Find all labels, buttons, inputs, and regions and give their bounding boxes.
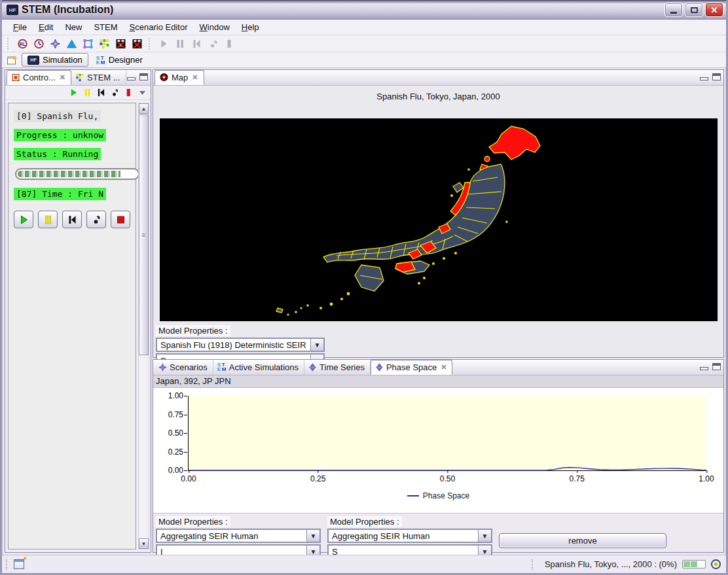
pause-icon[interactable] <box>82 88 92 97</box>
y-model-value: Aggregating SEIR Human <box>329 530 478 542</box>
tab-map[interactable]: Map ✕ <box>155 70 204 85</box>
statusbar-grip <box>532 559 536 570</box>
simulation-console: [0] Spanish Flu, Progress : unknow Statu… <box>8 103 136 549</box>
perspective-tab-designer[interactable]: STEM Designer <box>91 53 148 67</box>
minimize-view-icon[interactable] <box>700 77 708 80</box>
close-tab-icon[interactable]: ✕ <box>441 363 446 372</box>
map-view-minmax <box>700 73 721 80</box>
perspective-tab-simulation[interactable]: HF Simulation <box>22 53 88 67</box>
step-icon[interactable] <box>110 88 119 97</box>
tab-time-series[interactable]: Time Series <box>304 360 371 375</box>
model-icon[interactable] <box>64 37 79 51</box>
minimize-view-icon[interactable] <box>127 77 136 80</box>
chevron-down-icon[interactable]: ▼ <box>310 339 323 351</box>
tab-control[interactable]: Contro... ✕ <box>7 70 71 85</box>
stem-letters-icon: STEM <box>96 56 105 65</box>
scrollbar-thumb[interactable] <box>139 114 149 355</box>
simulation-status-text: Spanish Flu, Tokyo, ..., 2000 : (0%) <box>545 559 677 569</box>
infector-icon[interactable]: I <box>113 37 128 51</box>
disease-icon[interactable] <box>130 37 144 51</box>
minimize-view-icon[interactable] <box>700 367 708 370</box>
reset-icon[interactable] <box>96 88 105 97</box>
chevron-down-icon[interactable]: ▼ <box>478 530 491 542</box>
menu-window[interactable]: Window <box>194 20 236 34</box>
stop-icon[interactable] <box>124 88 133 97</box>
menu-new[interactable]: New <box>59 20 88 34</box>
stop-button[interactable] <box>111 211 130 228</box>
scenario-icon <box>158 363 167 372</box>
scenario-icon[interactable] <box>48 37 62 51</box>
close-tab-icon[interactable]: ✕ <box>60 73 65 82</box>
graph-icon[interactable] <box>81 37 95 51</box>
x-model-select[interactable]: Aggregating SEIR Human ▼ <box>156 529 321 543</box>
japan-map-canvas[interactable] <box>160 118 718 321</box>
stem-grid-icon <box>75 73 84 82</box>
model-properties-label: Model Properties : <box>156 516 230 527</box>
left-view-minmax <box>127 73 148 80</box>
tab-stem[interactable]: STEM ... <box>71 70 126 85</box>
scroll-down-icon[interactable]: ▼ <box>139 538 149 549</box>
main-toolbar: RL I <box>2 35 726 52</box>
reset-button[interactable] <box>62 211 82 228</box>
menu-help[interactable]: Help <box>236 20 265 34</box>
scroll-up-icon[interactable]: ▲ <box>139 103 149 114</box>
menu-file[interactable]: File <box>7 20 33 34</box>
maximize-view-icon[interactable] <box>712 73 721 80</box>
simulation-control-buttons <box>14 211 130 228</box>
maximize-view-icon[interactable] <box>712 363 721 370</box>
stop-icon-disabled[interactable] <box>222 37 236 51</box>
rl-clock-icon[interactable]: RL <box>15 37 29 51</box>
step-icon-disabled[interactable] <box>206 37 220 51</box>
step-button[interactable] <box>86 211 106 228</box>
time-series-icon <box>308 363 317 372</box>
status-clock-icon[interactable] <box>711 559 721 569</box>
console-scrollbar[interactable]: ▲ ▼ <box>138 103 149 549</box>
tab-label: Scenarios <box>170 362 208 372</box>
reset-icon-disabled[interactable] <box>189 37 204 51</box>
remove-button[interactable]: remove <box>499 533 666 548</box>
maximize-button[interactable] <box>685 3 703 17</box>
tab-scenarios[interactable]: Scenarios <box>155 360 213 375</box>
chevron-down-icon[interactable]: ▼ <box>306 530 319 542</box>
status-progress-bar <box>682 560 706 568</box>
run-button[interactable] <box>14 211 33 228</box>
tab-active-simulations[interactable]: STEM Active Simulations <box>213 360 304 375</box>
tab-label: Phase Space <box>386 362 437 372</box>
menu-scenario-editor[interactable]: Scenario Editor <box>124 20 194 34</box>
left-view-tabs: Contro... ✕ STEM ... <box>5 70 151 86</box>
minimize-button[interactable] <box>664 3 683 17</box>
view-menu-icon[interactable] <box>137 88 147 97</box>
y-axis-properties: Model Properties : Aggregating SEIR Huma… <box>325 514 496 552</box>
perspective-bar: HF Simulation STEM Designer <box>2 52 726 68</box>
clock-icon[interactable] <box>31 37 46 51</box>
menu-stem[interactable]: STEM <box>88 20 123 34</box>
pause-icon-disabled[interactable] <box>173 37 187 51</box>
model-select[interactable]: Spanish Flu (1918) Deterministic SEIR ▼ <box>156 338 325 352</box>
fast-view-icon[interactable] <box>14 559 24 569</box>
y-model-select[interactable]: Aggregating SEIR Human ▼ <box>327 529 492 543</box>
workbench-area: Contro... ✕ STEM ... <box>3 69 725 554</box>
statusbar-grip <box>6 559 10 570</box>
tab-phase-space[interactable]: Phase Space ✕ <box>371 360 453 375</box>
stem-letters-icon: STEM <box>217 362 227 372</box>
y-tick-label: 0.50 <box>168 428 189 438</box>
maximize-view-icon[interactable] <box>139 73 148 80</box>
chart-legend: Phase Space <box>153 491 723 500</box>
close-tab-icon[interactable]: ✕ <box>192 73 198 82</box>
menu-edit[interactable]: Edit <box>33 20 59 34</box>
japan-map <box>160 118 718 321</box>
status-label: Status : Running <box>14 148 101 160</box>
open-perspective-icon[interactable] <box>5 53 19 67</box>
pause-button[interactable] <box>38 211 58 228</box>
phase-space-line-svg <box>189 396 706 470</box>
run-icon-disabled[interactable] <box>156 37 171 51</box>
control-view: Contro... ✕ STEM ... <box>5 69 151 553</box>
y-tick-label: 0.25 <box>168 447 189 457</box>
sequencer-icon[interactable] <box>97 37 111 51</box>
map-title: Spanish Flu, Tokyo, Japan, 2000 <box>153 86 723 101</box>
tab-label: Active Simulations <box>229 362 299 372</box>
toolbar-separator <box>7 38 10 50</box>
simulation-name-label: [0] Spanish Flu, <box>14 110 101 122</box>
close-button[interactable]: ✕ <box>705 3 723 17</box>
run-icon[interactable] <box>69 88 78 97</box>
